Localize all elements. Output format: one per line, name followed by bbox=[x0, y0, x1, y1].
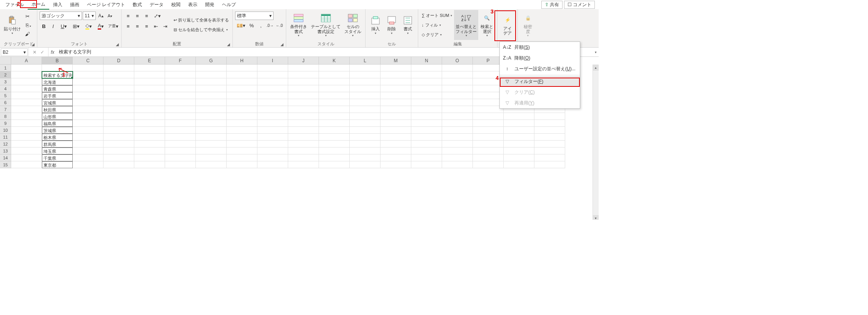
expand-formula-bar-icon[interactable]: ▾ bbox=[593, 50, 599, 54]
cell-C12[interactable] bbox=[73, 141, 103, 148]
cell-H1[interactable] bbox=[227, 65, 257, 71]
cell-O5[interactable] bbox=[442, 92, 473, 99]
cell-J9[interactable] bbox=[288, 120, 319, 127]
col-header-O[interactable]: O bbox=[442, 57, 473, 65]
cell-O2[interactable] bbox=[442, 71, 473, 78]
row-header-6[interactable]: 6 bbox=[0, 99, 11, 106]
cell-I15[interactable] bbox=[257, 161, 288, 168]
cell-P7[interactable] bbox=[473, 106, 504, 113]
cell-M7[interactable] bbox=[381, 106, 411, 113]
cell-Q11[interactable] bbox=[504, 134, 534, 141]
cell-Q12[interactable] bbox=[504, 141, 534, 148]
cell-N2[interactable] bbox=[411, 71, 442, 78]
font-launcher-icon[interactable]: ◢ bbox=[116, 42, 120, 47]
menu-tab-1[interactable]: ホーム bbox=[28, 0, 49, 10]
comma-button[interactable]: , bbox=[257, 21, 265, 30]
cell-I4[interactable] bbox=[257, 85, 288, 92]
cell-M4[interactable] bbox=[381, 85, 411, 92]
row-header-5[interactable]: 5 bbox=[0, 92, 11, 99]
cell-P10[interactable] bbox=[473, 127, 504, 134]
cell-L13[interactable] bbox=[350, 148, 381, 154]
cell-I14[interactable] bbox=[257, 154, 288, 161]
phonetic-button[interactable]: ア亜▾ bbox=[107, 22, 119, 30]
cell-E10[interactable] bbox=[134, 127, 165, 134]
cell-A10[interactable] bbox=[11, 127, 42, 134]
cell-K11[interactable] bbox=[319, 134, 350, 141]
enter-icon[interactable]: ✓ bbox=[39, 49, 46, 56]
cell-E9[interactable] bbox=[134, 120, 165, 127]
cell-F7[interactable] bbox=[165, 106, 196, 113]
scroll-down-icon[interactable]: ▾ bbox=[593, 215, 599, 220]
cell-K2[interactable] bbox=[319, 71, 350, 78]
cell-G1[interactable] bbox=[196, 65, 227, 71]
cell-O10[interactable] bbox=[442, 127, 473, 134]
cell-A2[interactable] bbox=[11, 71, 42, 78]
font-name-select[interactable]: 游ゴシック▾ bbox=[40, 12, 82, 20]
cell-A3[interactable] bbox=[11, 78, 42, 85]
cell-I12[interactable] bbox=[257, 141, 288, 148]
wrap-text-button[interactable]: ↩折り返して全体を表示する bbox=[172, 16, 230, 25]
cell-G14[interactable] bbox=[196, 154, 227, 161]
orientation-button[interactable]: ⤢▾ bbox=[152, 12, 163, 20]
scroll-up-icon[interactable]: ▴ bbox=[593, 65, 599, 71]
cell-J12[interactable] bbox=[288, 141, 319, 148]
cell-J3[interactable] bbox=[288, 78, 319, 85]
cell-Q9[interactable] bbox=[504, 120, 534, 127]
accounting-format-button[interactable]: 💴▾ bbox=[235, 21, 247, 30]
cell-B10[interactable]: 茨城県 bbox=[42, 127, 73, 134]
col-header-G[interactable]: G bbox=[196, 57, 227, 65]
cell-F15[interactable] bbox=[165, 161, 196, 168]
cell-O13[interactable] bbox=[442, 148, 473, 154]
cell-H3[interactable] bbox=[227, 78, 257, 85]
cell-L1[interactable] bbox=[350, 65, 381, 71]
cell-I9[interactable] bbox=[257, 120, 288, 127]
cell-O3[interactable] bbox=[442, 78, 473, 85]
row-header-3[interactable]: 3 bbox=[0, 78, 11, 85]
cell-F4[interactable] bbox=[165, 85, 196, 92]
border-button[interactable]: ⊞ ▾ bbox=[70, 22, 82, 30]
cell-M11[interactable] bbox=[381, 134, 411, 141]
fill-color-button[interactable]: ◇▾ bbox=[83, 22, 94, 30]
align-middle-icon[interactable]: ≡ bbox=[133, 12, 142, 20]
cell-J14[interactable] bbox=[288, 154, 319, 161]
cell-O12[interactable] bbox=[442, 141, 473, 148]
cell-D14[interactable] bbox=[103, 154, 134, 161]
cell-E8[interactable] bbox=[134, 113, 165, 120]
menu-tab-0[interactable]: ファイル bbox=[2, 0, 28, 9]
cell-G4[interactable] bbox=[196, 85, 227, 92]
cell-Q10[interactable] bbox=[504, 127, 534, 134]
cell-K3[interactable] bbox=[319, 78, 350, 85]
cell-L12[interactable] bbox=[350, 141, 381, 148]
cell-M8[interactable] bbox=[381, 113, 411, 120]
cell-L5[interactable] bbox=[350, 92, 381, 99]
cell-O4[interactable] bbox=[442, 85, 473, 92]
cell-K7[interactable] bbox=[319, 106, 350, 113]
cell-F11[interactable] bbox=[165, 134, 196, 141]
cell-B11[interactable]: 栃木県 bbox=[42, 134, 73, 141]
decrease-decimal-icon[interactable]: ←.0 bbox=[275, 21, 284, 30]
alignment-launcher-icon[interactable]: ◢ bbox=[227, 42, 232, 47]
cell-J7[interactable] bbox=[288, 106, 319, 113]
cell-P3[interactable] bbox=[473, 78, 504, 85]
cell-M1[interactable] bbox=[381, 65, 411, 71]
dropdown-item[interactable]: ↕ユーザー設定の並べ替え(U)... bbox=[500, 63, 580, 74]
cell-A7[interactable] bbox=[11, 106, 42, 113]
cell-J15[interactable] bbox=[288, 161, 319, 168]
cell-N13[interactable] bbox=[411, 148, 442, 154]
cell-N11[interactable] bbox=[411, 134, 442, 141]
clear-button[interactable]: ◇クリア▾ bbox=[421, 30, 453, 39]
cell-I8[interactable] bbox=[257, 113, 288, 120]
cut-button[interactable]: ✂ bbox=[23, 12, 32, 20]
cell-E14[interactable] bbox=[134, 154, 165, 161]
row-header-13[interactable]: 13 bbox=[0, 148, 11, 154]
cell-D11[interactable] bbox=[103, 134, 134, 141]
cell-M13[interactable] bbox=[381, 148, 411, 154]
cell-P13[interactable] bbox=[473, 148, 504, 154]
col-header-B[interactable]: B bbox=[42, 57, 73, 65]
number-format-select[interactable]: 標準▾ bbox=[235, 12, 274, 20]
cell-B1[interactable] bbox=[42, 65, 73, 71]
cell-E2[interactable] bbox=[134, 71, 165, 78]
col-header-N[interactable]: N bbox=[411, 57, 442, 65]
cell-P9[interactable] bbox=[473, 120, 504, 127]
cell-N12[interactable] bbox=[411, 141, 442, 148]
